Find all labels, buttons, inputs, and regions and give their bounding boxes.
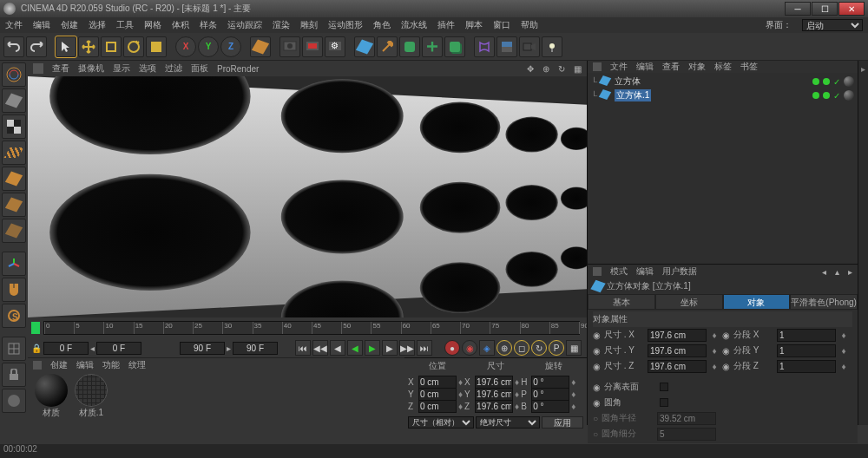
tab-basic[interactable]: 基本 (588, 294, 655, 310)
frame-from-field[interactable]: 0 F (96, 342, 141, 355)
objtab-edit[interactable]: 编辑 (636, 61, 654, 73)
goto-start-button[interactable]: ⏮ (295, 340, 311, 356)
rot-field[interactable] (531, 400, 569, 413)
cloner-button[interactable] (422, 36, 443, 57)
vptab-filter[interactable]: 过滤 (165, 62, 182, 75)
objtab-objects[interactable]: 对象 (688, 61, 706, 73)
tab-coord[interactable]: 坐标 (655, 294, 723, 310)
key-rot-button[interactable]: ↻ (531, 340, 547, 356)
environment-button[interactable] (496, 36, 517, 57)
primitive-cube-button[interactable] (354, 36, 375, 57)
radio-icon[interactable]: ◉ (593, 383, 601, 392)
material-slot[interactable]: 材质 (33, 374, 69, 419)
checkmark-icon[interactable]: ✓ (833, 91, 840, 101)
material-slot[interactable]: 材质.1 (73, 374, 109, 419)
z-lock-button[interactable]: Z (220, 36, 241, 57)
close-button[interactable]: ✕ (838, 2, 865, 16)
seg-y-field[interactable] (777, 344, 836, 357)
radio-icon[interactable]: ◉ (722, 362, 730, 371)
play-back-button[interactable]: ◀ (347, 340, 363, 356)
fillet-checkbox[interactable] (660, 398, 668, 407)
rot-field[interactable] (531, 376, 569, 389)
menu-window[interactable]: 窗口 (493, 19, 510, 31)
maximize-button[interactable]: ☐ (812, 2, 838, 16)
subdivision-button[interactable] (399, 36, 420, 57)
size-field[interactable] (475, 388, 513, 401)
vptab-display[interactable]: 显示 (113, 62, 130, 75)
lock-start-icon[interactable]: 🔒 (31, 344, 42, 353)
point-mode-button[interactable] (2, 167, 26, 191)
rot-field[interactable] (531, 388, 569, 401)
objtab-tags[interactable]: 标签 (714, 61, 732, 73)
attr-edit[interactable]: 编辑 (636, 265, 654, 278)
last-tool-button[interactable] (146, 36, 167, 57)
collapse-icon[interactable]: ▸ (861, 64, 865, 74)
viewport[interactable] (28, 76, 587, 317)
menu-pipeline[interactable]: 流水线 (401, 19, 427, 31)
model-mode-button[interactable] (2, 88, 26, 113)
seg-x-field[interactable] (777, 329, 836, 342)
key-options-button[interactable]: ▦ (566, 340, 582, 356)
render-settings-button[interactable]: ⚙ (325, 36, 345, 57)
next-frame-button[interactable]: ▶ (382, 340, 398, 356)
attr-up-icon[interactable]: ▴ (835, 267, 839, 277)
deformer-button[interactable] (474, 36, 495, 57)
obj-menu-icon[interactable] (593, 62, 602, 71)
texture-mode-button[interactable] (2, 114, 26, 139)
size-field[interactable] (475, 400, 513, 413)
step-l-icon[interactable]: ◂ (90, 344, 95, 353)
attr-fwd-icon[interactable]: ▸ (848, 267, 852, 277)
menu-script[interactable]: 脚本 (465, 19, 483, 31)
snap-button[interactable]: S (2, 304, 26, 328)
record-button[interactable]: ● (444, 340, 460, 356)
radio-icon[interactable]: ◉ (593, 330, 601, 340)
object-name[interactable]: 立方体 (615, 75, 641, 88)
timeline-marker-icon[interactable] (31, 322, 40, 334)
keyframe-selection-button[interactable]: ◈ (479, 340, 495, 356)
coord-mode-select[interactable]: 尺寸（相对） (408, 416, 474, 429)
radio-icon[interactable]: ◉ (593, 362, 601, 371)
mat-menu-icon[interactable] (33, 361, 42, 370)
redo-button[interactable] (26, 36, 47, 57)
axis-button[interactable] (2, 252, 26, 276)
attr-menu-icon[interactable] (593, 267, 602, 276)
object-row[interactable]: └ 立方体.1 ✓ (591, 88, 854, 102)
coord-abs-select[interactable]: 绝对尺寸 (476, 416, 540, 429)
visibility-editor-icon[interactable] (812, 78, 819, 85)
light-button[interactable] (542, 36, 562, 57)
make-editable-button[interactable] (2, 62, 26, 87)
tab-phong[interactable]: 平滑着色(Phong) (790, 294, 858, 310)
radio-icon[interactable]: ◉ (722, 330, 730, 340)
goto-end-button[interactable]: ⏭ (417, 340, 432, 356)
menu-tools[interactable]: 工具 (116, 19, 134, 31)
key-pos-button[interactable]: ⊕ (496, 340, 512, 356)
visibility-editor-icon[interactable] (812, 92, 819, 99)
mat-create[interactable]: 创建 (50, 359, 68, 371)
vptab-cameras[interactable]: 摄像机 (78, 62, 104, 75)
apply-button[interactable]: 应用 (542, 416, 583, 429)
render-view-button[interactable] (279, 36, 300, 57)
object-tree[interactable]: └ 立方体 ✓ └ 立方体.1 ✓ (588, 73, 858, 264)
instance-button[interactable] (444, 36, 465, 57)
attr-userdata[interactable]: 用户数据 (662, 265, 697, 278)
objtab-bookmarks[interactable]: 书签 (740, 61, 758, 73)
radio-icon[interactable]: ◉ (593, 346, 601, 356)
step-r-icon[interactable]: ▸ (227, 344, 231, 353)
frame-to-field[interactable]: 90 F (180, 342, 225, 355)
objtab-file[interactable]: 文件 (610, 61, 628, 73)
key-scale-button[interactable]: ◻ (514, 340, 529, 356)
menu-help[interactable]: 帮助 (521, 19, 538, 31)
prev-key-button[interactable]: ◀◀ (312, 340, 328, 356)
move-tool[interactable] (78, 36, 99, 57)
snap-settings-button[interactable] (2, 389, 26, 413)
edge-mode-button[interactable] (2, 193, 26, 217)
vptab-prorender[interactable]: ProRender (217, 64, 259, 74)
menu-file[interactable]: 文件 (5, 19, 23, 31)
vp-rotate-icon[interactable]: ↻ (558, 64, 565, 74)
vp-layout-icon[interactable]: ▦ (574, 64, 582, 74)
objtab-view[interactable]: 查看 (662, 61, 680, 73)
vptab-options[interactable]: 选项 (139, 62, 156, 75)
phong-tag-icon[interactable] (844, 90, 854, 101)
menu-spline[interactable]: 样条 (200, 19, 217, 31)
size-field[interactable] (475, 376, 513, 389)
